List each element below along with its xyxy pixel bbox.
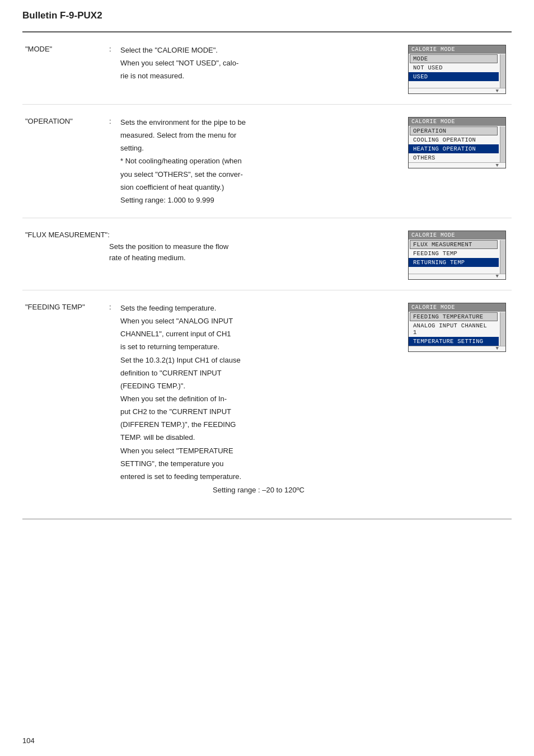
mode-ui-box: CALORIE MODE MODE NOT USED USED ▼: [408, 45, 506, 94]
feeding-temp-description: Sets the feeding temperature. When you s…: [120, 303, 408, 497]
flux-ui-title: CALORIE MODE: [409, 231, 505, 240]
flux-ui: CALORIE MODE FLUX MEASUREMENT FEEDING TE…: [408, 231, 512, 280]
mode-ui-item-0: NOT USED: [409, 63, 499, 72]
page-number: 104: [22, 736, 35, 745]
feeding-temp-ui-box: CALORIE MODE FEEDING TEMPERATURE ANALOG …: [408, 303, 506, 352]
mode-colon: :: [109, 45, 120, 53]
operation-colon: :: [109, 117, 120, 125]
operation-ui-item-1: HEATING OPERATION: [409, 144, 499, 153]
feeding-temp-ui-body: FEEDING TEMPERATURE ANALOG INPUT CHANNEL…: [409, 312, 505, 346]
mode-ui-scrollbar: [500, 54, 505, 88]
flux-left: "FLUX MEASUREMENT": Sets the position to…: [22, 231, 408, 264]
operation-ui-item-0: COOLING OPERATION: [409, 135, 499, 144]
operation-ui: CALORIE MODE OPERATION COOLING OPERATION…: [408, 117, 512, 168]
mode-ui-title: CALORIE MODE: [409, 45, 505, 54]
feeding-temp-ui-item-1: TEMPERATURE SETTING: [409, 337, 499, 346]
feeding-temp-ui: CALORIE MODE FEEDING TEMPERATURE ANALOG …: [408, 303, 512, 352]
section-mode: "MODE" : Select the "CALORIE MODE". When…: [22, 32, 512, 105]
section-operation: "OPERATION" : Sets the environment for t…: [22, 105, 512, 218]
section-feeding-temp: "FEEDING TEMP" : Sets the feeding temper…: [22, 290, 512, 508]
flux-desc: Sets the position to measure the flow ra…: [22, 241, 408, 264]
operation-ui-header: OPERATION: [410, 126, 498, 135]
mode-ui-footer: ▼: [409, 88, 505, 93]
page-wrapper: Bulletin F-9-PUX2 "MODE" : Select the "C…: [0, 0, 534, 756]
operation-ui-footer: ▼: [409, 162, 505, 168]
mode-ui-header: MODE: [410, 54, 498, 63]
mode-ui-item-1: USED: [409, 72, 499, 81]
page-title: Bulletin F-9-PUX2: [22, 10, 512, 26]
content-area: "MODE" : Select the "CALORIE MODE". When…: [22, 32, 512, 508]
flux-ui-item-0: FEEDING TEMP: [409, 249, 499, 258]
feeding-temp-ui-footer: ▼: [409, 346, 505, 351]
mode-label: "MODE": [22, 45, 109, 53]
flux-ui-box: CALORIE MODE FLUX MEASUREMENT FEEDING TE…: [408, 231, 506, 280]
operation-ui-item-2: OTHERS: [409, 153, 499, 162]
operation-description: Sets the environment for the pipe to be …: [120, 117, 408, 208]
flux-top-row: "FLUX MEASUREMENT": Sets the position to…: [22, 231, 512, 280]
operation-ui-scrollbar: [500, 126, 505, 162]
section-flux: "FLUX MEASUREMENT": Sets the position to…: [22, 218, 512, 290]
feeding-temp-ui-title: CALORIE MODE: [409, 303, 505, 312]
flux-ui-scrollbar: [500, 240, 505, 274]
operation-label: "OPERATION": [22, 117, 109, 125]
flux-ui-footer: ▼: [409, 274, 505, 279]
feeding-temp-ui-scrollbar: [500, 312, 505, 346]
mode-ui-body: MODE NOT USED USED: [409, 54, 505, 88]
feeding-temp-colon: :: [109, 303, 120, 311]
flux-label: "FLUX MEASUREMENT":: [22, 231, 408, 239]
operation-ui-title: CALORIE MODE: [409, 118, 505, 126]
flux-ui-item-1: RETURNING TEMP: [409, 258, 499, 267]
feeding-temp-label: "FEEDING TEMP": [22, 303, 109, 311]
feeding-temp-ui-item-0: ANALOG INPUT CHANNEL 1: [409, 321, 499, 337]
mode-description: Select the "CALORIE MODE". When you sele…: [120, 45, 408, 83]
bottom-divider: [22, 519, 512, 519]
operation-ui-box: CALORIE MODE OPERATION COOLING OPERATION…: [408, 117, 506, 168]
flux-ui-body: FLUX MEASUREMENT FEEDING TEMP RETURNING …: [409, 240, 505, 274]
flux-ui-header: FLUX MEASUREMENT: [410, 240, 498, 249]
mode-ui: CALORIE MODE MODE NOT USED USED ▼: [408, 45, 512, 94]
operation-ui-body: OPERATION COOLING OPERATION HEATING OPER…: [409, 126, 505, 162]
feeding-temp-ui-header: FEEDING TEMPERATURE: [410, 312, 498, 321]
